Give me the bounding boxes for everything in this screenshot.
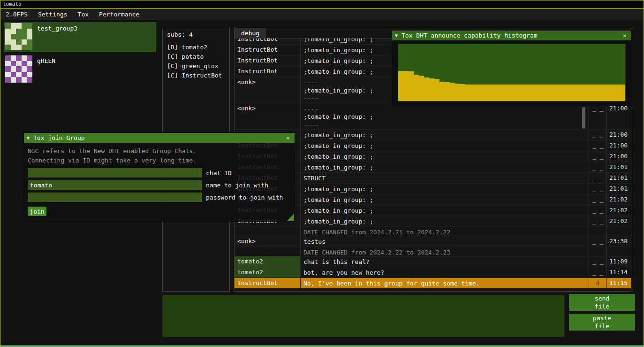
message-sender: tomato2 (235, 267, 300, 278)
histogram-bar (455, 84, 460, 101)
menu-item-settings[interactable]: Settings (33, 9, 73, 20)
member-item[interactable]: [C] InstructBot (167, 71, 225, 80)
message-row: <unk> ---- ;tomato_in_group: ; ---- _ _ … (235, 103, 631, 130)
message-text: No, I've been in this group for quite so… (300, 278, 589, 288)
group-item-green[interactable]: gREEN (4, 54, 156, 85)
message-row: tomato2 chat is this real? _ _ 11:09 (235, 256, 631, 267)
message-text: ;tomato_in_group: ; (300, 130, 589, 140)
message-sender: InstructBot (235, 278, 300, 288)
histogram-bar (491, 85, 496, 101)
histogram-bar (543, 85, 548, 101)
collapse-arrow-icon[interactable]: ▼ (27, 135, 33, 140)
chat-id-input[interactable] (28, 168, 202, 177)
member-item[interactable]: [C] potato (167, 52, 225, 62)
message-status-icon: _ _ (589, 103, 606, 129)
histogram-bar (512, 85, 517, 101)
join-help-line: Connecting via ID might take a very long… (28, 156, 291, 165)
histogram-bar (553, 85, 558, 101)
menu-bar: 2.0FPSSettingsToxPerformance (0, 9, 644, 20)
message-text: ;tomato_in_group: ; (300, 205, 589, 216)
message-status-icon: _ _ (589, 236, 606, 247)
histogram-bar (445, 82, 450, 101)
message-text: ;tomato_in_group: ; (300, 216, 589, 226)
histogram-bar (527, 85, 532, 101)
close-icon[interactable]: × (284, 134, 292, 141)
histogram-bar (558, 85, 563, 101)
message-status-icon (589, 247, 606, 256)
histogram-bar (419, 76, 424, 101)
histogram-bar (439, 82, 445, 101)
message-text: DATE CHANGED from 2024.2.21 to 2024.2.22 (300, 227, 589, 236)
resize-grip[interactable] (287, 214, 294, 221)
message-text: ;tomato_in_group: ; (300, 162, 589, 172)
group-item-test_group3[interactable]: test_group3 (4, 22, 156, 52)
message-text: chat is this real? (300, 256, 589, 267)
system-message-row: DATE CHANGED from 2024.2.22 to 2024.2.23 (235, 247, 631, 256)
join-group-titlebar[interactable]: ▼ Tox join Group × (24, 133, 295, 143)
message-sender: InstructBot (235, 45, 300, 55)
message-timestamp (606, 227, 631, 236)
message-status-icon: _ _ (589, 140, 606, 151)
menu-item-tox[interactable]: Tox (73, 9, 94, 20)
histogram-bar (414, 75, 419, 101)
message-timestamp: 11:09 (606, 256, 631, 267)
message-timestamp: 21:01 (606, 173, 631, 183)
histogram-bar (460, 84, 465, 101)
collapse-arrow-icon[interactable]: ▼ (395, 33, 402, 38)
message-timestamp: 21:00 (606, 103, 631, 129)
histogram-bar (409, 71, 414, 101)
histogram-bar (501, 85, 507, 101)
message-timestamp: 21:02 (606, 216, 631, 226)
histogram-bar (481, 85, 486, 101)
join-button[interactable]: join (28, 207, 46, 216)
histogram-bar (538, 85, 543, 101)
dht-histogram-titlebar[interactable]: ▼ Tox DHT announce capability histogram … (392, 31, 631, 40)
message-sender: InstructBot (235, 55, 300, 66)
histogram-bar (450, 83, 455, 101)
close-icon[interactable]: × (621, 32, 629, 39)
histogram-bar (579, 85, 584, 101)
message-status-icon: d (589, 278, 606, 288)
window-title: tomato (3, 1, 22, 7)
histogram-bar (548, 85, 553, 101)
tab-debug[interactable]: debug (235, 28, 266, 38)
message-text: STRUCT (300, 173, 589, 183)
menu-item-20fps[interactable]: 2.0FPS (0, 9, 33, 20)
message-sender: <unk> (235, 103, 300, 129)
paste-file-button[interactable]: paste file (569, 314, 635, 331)
message-sender: <unk> (235, 236, 300, 247)
member-item[interactable]: [C] green_qtox (167, 62, 225, 71)
member-item[interactable]: [D] tomato2 (167, 43, 225, 52)
message-sender: <unk> (235, 77, 300, 103)
message-status-icon: _ _ (589, 184, 606, 194)
send-file-button[interactable]: send file (569, 294, 635, 311)
histogram-bar (620, 85, 625, 101)
members-panel-title: subs: 4 (167, 31, 225, 38)
message-input[interactable] (162, 295, 565, 337)
menu-item-performance[interactable]: Performance (94, 9, 144, 20)
message-status-icon: _ _ (589, 162, 606, 172)
histogram-bar (563, 85, 568, 101)
histogram-bar (470, 85, 476, 101)
member-list: [D] tomato2[C] potato[C] green_qtox[C] I… (167, 43, 225, 80)
histogram-bar (517, 85, 522, 101)
group-avatar-icon (5, 55, 32, 83)
join-group-title: Tox join Group (33, 134, 284, 141)
group-avatar-icon (5, 23, 32, 50)
histogram-bar (429, 78, 434, 101)
message-sender (235, 227, 300, 236)
message-timestamp: 21:01 (606, 162, 631, 172)
message-status-icon: _ _ (589, 205, 606, 216)
message-status-icon (589, 227, 606, 236)
join-name-input[interactable] (28, 180, 202, 190)
message-row: tomato2 bot, are you new here? _ _ 11:14 (235, 267, 631, 278)
chat-scrollbar[interactable] (582, 107, 585, 129)
window-titlebar: tomato (0, 0, 644, 8)
message-timestamp: 11:15 (606, 278, 631, 288)
histogram-bar (522, 85, 527, 101)
message-status-icon: _ _ (589, 256, 606, 267)
message-text: DATE CHANGED from 2024.2.22 to 2024.2.23 (300, 247, 589, 256)
group-name: test_group3 (37, 25, 77, 32)
join-password-input[interactable] (28, 193, 202, 202)
dht-histogram-title: Tox DHT announce capability histogram (402, 32, 621, 39)
